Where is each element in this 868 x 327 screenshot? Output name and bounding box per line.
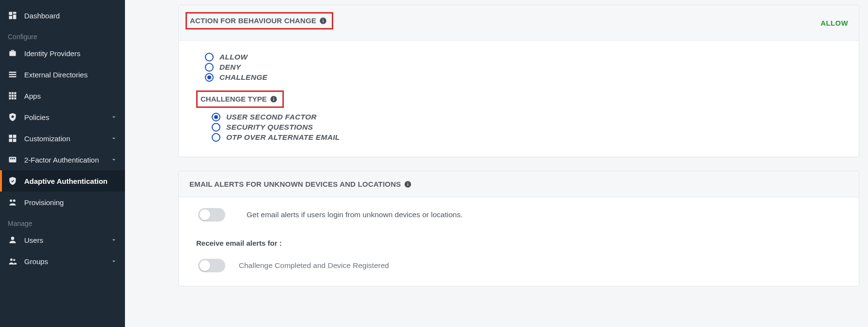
radio-icon[interactable]: [212, 113, 220, 121]
svg-rect-15: [14, 97, 16, 99]
svg-rect-8: [12, 92, 14, 94]
panel-body: Get email alerts if users login from unk…: [179, 197, 859, 286]
nav-label: Policies: [24, 113, 110, 121]
svg-rect-10: [9, 95, 11, 97]
email-alerts-toggle-text: Get email alerts if users login from unk…: [247, 210, 463, 219]
svg-point-16: [12, 116, 14, 118]
svg-rect-31: [323, 20, 323, 22]
svg-rect-20: [13, 139, 16, 142]
svg-point-25: [10, 199, 12, 202]
sidebar: Dashboard Configure Identity Providers E…: [0, 0, 125, 327]
radio-security-questions[interactable]: SECURITY QUESTIONS: [203, 123, 841, 132]
toggle-knob: [200, 209, 210, 220]
svg-rect-38: [407, 182, 408, 183]
radio-icon[interactable]: [205, 63, 214, 72]
nav-label: Adaptive Authentication: [24, 177, 117, 185]
toggle-knob: [200, 260, 210, 271]
alert-opt-challenge-completed: Challenge Completed and Device Registere…: [196, 259, 841, 272]
svg-rect-5: [9, 74, 16, 75]
chevron-down-icon: [110, 156, 117, 163]
chevron-down-icon: [110, 114, 117, 120]
svg-rect-34: [273, 98, 274, 101]
radio-challenge[interactable]: CHALLENGE: [196, 73, 841, 82]
sync-users-icon: [8, 197, 17, 207]
panel-title: EMAIL ALERTS FOR UNKNOWN DEVICES AND LOC…: [189, 180, 412, 188]
nav-label: External Directories: [24, 71, 117, 79]
alert-opt-toggle[interactable]: [198, 259, 225, 272]
apps-icon: [8, 91, 17, 101]
action-behaviour-panel: ACTION FOR BEHAVIOUR CHANGE ALLOW ALLOW …: [178, 5, 859, 157]
nav-label: Groups: [24, 257, 110, 266]
user-icon: [8, 235, 17, 245]
panel-title-text: ACTION FOR BEHAVIOUR CHANGE: [190, 16, 316, 25]
info-icon[interactable]: [270, 95, 278, 103]
svg-rect-7: [9, 92, 11, 94]
svg-rect-9: [14, 92, 16, 94]
email-alerts-toggle-row: Get email alerts if users login from unk…: [196, 208, 841, 222]
radio-otp-alternate-email[interactable]: OTP OVER ALTERNATE EMAIL: [203, 133, 841, 142]
radio-deny[interactable]: DENY: [196, 63, 841, 72]
radio-icon[interactable]: [205, 73, 214, 82]
nav-provisioning[interactable]: Provisioning: [0, 192, 125, 213]
info-icon[interactable]: [404, 180, 412, 188]
svg-rect-18: [13, 135, 16, 138]
radio-allow[interactable]: ALLOW: [196, 53, 841, 61]
nav-adaptive-auth[interactable]: Adaptive Authentication: [0, 170, 125, 192]
nav-label: Dashboard: [24, 12, 117, 20]
list-icon: [8, 70, 17, 79]
svg-point-26: [13, 199, 16, 202]
nav-identity-providers[interactable]: Identity Providers: [0, 43, 125, 64]
panel-title-text: EMAIL ALERTS FOR UNKNOWN DEVICES AND LOC…: [189, 180, 401, 188]
nav-label: Customization: [24, 134, 110, 143]
svg-rect-35: [273, 97, 274, 98]
nav-dashboard[interactable]: Dashboard: [0, 5, 125, 26]
nav-label: Users: [24, 236, 110, 244]
radio-icon[interactable]: [205, 53, 214, 61]
info-icon[interactable]: [319, 17, 327, 25]
nav-section-manage: Manage: [0, 213, 125, 229]
nav-users[interactable]: Users: [0, 229, 125, 251]
panel-status-allow: ALLOW: [821, 19, 848, 27]
svg-rect-11: [12, 95, 14, 97]
email-alerts-toggle[interactable]: [198, 208, 225, 222]
nav-external-directories[interactable]: External Directories: [0, 64, 125, 85]
nav-label: Identity Providers: [24, 49, 117, 58]
svg-rect-12: [14, 95, 16, 97]
svg-point-29: [13, 259, 15, 261]
briefcase-icon: [8, 48, 17, 58]
main-content: ACTION FOR BEHAVIOUR CHANGE ALLOW ALLOW …: [125, 0, 868, 327]
svg-rect-19: [9, 139, 13, 142]
dashboard-icon: [8, 11, 17, 20]
nav-section-configure: Configure: [0, 26, 125, 43]
challenge-type-title: CHALLENGE TYPE: [201, 95, 278, 103]
shield-check-icon: [8, 176, 17, 186]
nav-groups[interactable]: Groups: [0, 251, 125, 272]
nav-label: 2-Factor Authentication: [24, 156, 110, 164]
group-icon: [8, 256, 17, 266]
nav-customization[interactable]: Customization: [0, 128, 125, 149]
nav-label: Apps: [24, 92, 117, 100]
svg-rect-14: [12, 97, 14, 99]
nav-apps[interactable]: Apps: [0, 85, 125, 106]
svg-rect-32: [323, 19, 323, 19]
radio-icon[interactable]: [212, 123, 220, 132]
nav-policies[interactable]: Policies: [0, 106, 125, 128]
puzzle-icon: [8, 134, 17, 143]
nav-2fa[interactable]: 2-Factor Authentication: [0, 149, 125, 170]
chevron-down-icon: [110, 237, 117, 243]
radio-icon[interactable]: [212, 133, 220, 142]
panel-header: EMAIL ALERTS FOR UNKNOWN DEVICES AND LOC…: [179, 171, 859, 197]
receive-alerts-label: Receive email alerts for :: [196, 239, 841, 247]
radio-label: USER SECOND FACTOR: [226, 113, 317, 121]
nav-label: Provisioning: [24, 198, 117, 207]
radio-label: OTP OVER ALTERNATE EMAIL: [226, 133, 340, 142]
alert-opt-text: Challenge Completed and Device Registere…: [239, 261, 389, 270]
radio-label: ALLOW: [219, 53, 248, 61]
chevron-down-icon: [110, 258, 117, 265]
svg-rect-23: [12, 158, 14, 160]
radio-user-second-factor[interactable]: USER SECOND FACTOR: [203, 113, 841, 121]
shield-search-icon: [8, 112, 17, 122]
panel-body: ALLOW DENY CHALLENGE CHALLENGE TYPE: [179, 41, 859, 157]
svg-rect-37: [407, 183, 408, 186]
challenge-type-text: CHALLENGE TYPE: [201, 95, 267, 103]
